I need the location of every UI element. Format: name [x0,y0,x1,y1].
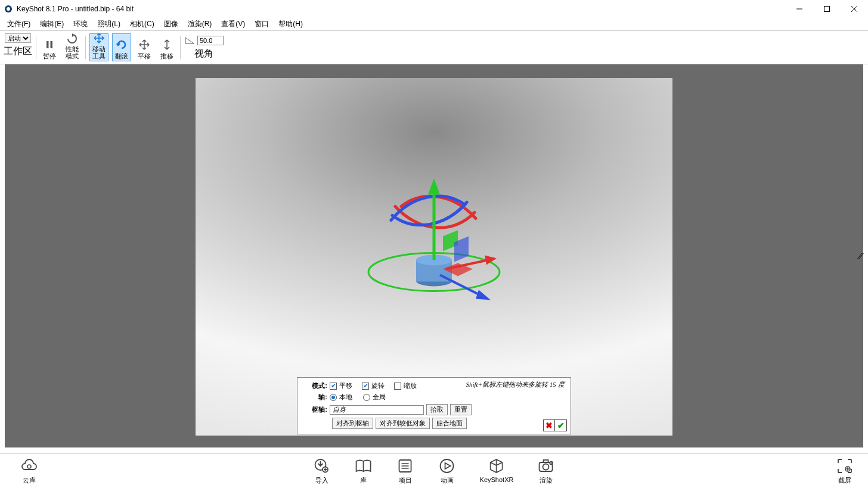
menubar: 文件(F) 编辑(E) 环境 照明(L) 相机(C) 图像 渲染(R) 查看(V… [0,18,868,31]
fov-input[interactable] [197,36,224,45]
screenshot-button[interactable]: 截屏 [832,455,857,487]
toolbar-separator [180,36,181,59]
menu-image[interactable]: 图像 [159,18,183,30]
svg-rect-32 [543,460,548,462]
titlebar: KeyShot 8.1 Pro - untitled.bip - 64 bit [0,0,868,18]
workspace-dropdown[interactable]: 启动 [5,33,31,43]
keyshotxr-button[interactable]: KeyShotXR [476,455,517,487]
svg-point-31 [542,464,548,470]
window-title: KeyShot 8.1 Pro - untitled.bip - 64 bit [17,5,134,13]
bottombar: 云库 导入 库 项目 动画 KeyShotXR 渲染 [0,453,868,488]
refresh-icon [66,33,79,44]
dolly-button[interactable]: 推移 [157,33,176,61]
resize-grip-icon[interactable]: ⁄⁄ [859,251,862,261]
tumble-icon [115,38,128,51]
menu-window[interactable]: 窗口 [250,18,274,30]
transform-gizmo[interactable] [356,162,512,335]
pivot-label: 枢轴: [302,405,330,414]
workspace-dropdown-block: 启动 工作区 [4,33,32,61]
toolbar: 启动 工作区 暂停 性能 模式 移动 工具 翻滚 平移 推移 视角 [0,31,868,64]
svg-rect-6 [46,41,49,48]
axis-global-radio[interactable]: 全局 [363,393,386,402]
svg-line-16 [440,275,482,296]
viewport-background: Shift+鼠标左键拖动来多旋转 15 度 模式: 平移 旋转 缩放 轴: 本地… [5,64,863,447]
crop-icon [836,457,854,475]
menu-file[interactable]: 文件(F) [2,18,35,30]
maximize-button[interactable] [813,0,841,18]
fov-label: 视角 [194,48,213,60]
library-button[interactable]: 库 [351,455,376,487]
pivot-input[interactable] [330,405,424,415]
svg-point-21 [27,465,31,468]
move-tool-icon [92,32,106,44]
project-button[interactable]: 项目 [393,455,418,487]
menu-lighting[interactable]: 照明(L) [92,18,125,30]
menu-view[interactable]: 查看(V) [216,18,250,30]
render-button[interactable]: 渲染 [534,455,559,487]
animation-button[interactable]: 动画 [435,455,460,487]
dolly-icon [160,38,173,51]
toolbar-separator [85,36,86,59]
camera-icon [537,457,555,475]
workspace-label: 工作区 [4,45,32,58]
close-button[interactable] [841,0,868,18]
list-icon [396,457,414,475]
cloud-icon [20,457,38,475]
svg-marker-13 [428,179,440,195]
align-to-pivot-button[interactable]: 对齐到枢轴 [332,418,373,429]
mode-rotate-checkbox[interactable]: 旋转 [362,381,385,390]
axis-local-radio[interactable]: 本地 [330,393,352,402]
move-tool-panel: Shift+鼠标左键拖动来多旋转 15 度 模式: 平移 旋转 缩放 轴: 本地… [297,377,571,434]
minimize-button[interactable] [786,0,813,18]
menu-camera[interactable]: 相机(C) [125,18,159,30]
cloud-library-button[interactable]: 云库 [17,455,42,487]
mode-label: 模式: [302,381,330,390]
confirm-button[interactable]: ✔ [555,419,567,431]
performance-mode-button[interactable]: 性能 模式 [63,33,82,61]
svg-marker-17 [476,290,491,300]
menu-render[interactable]: 渲染(R) [183,18,217,30]
hint-text: Shift+鼠标左键拖动来多旋转 15 度 [464,380,566,388]
tumble-button[interactable]: 翻滚 [112,33,131,61]
render-viewport[interactable]: Shift+鼠标左键拖动来多旋转 15 度 模式: 平移 旋转 缩放 轴: 本地… [196,78,672,436]
reset-button[interactable]: 重置 [450,404,472,415]
book-icon [355,457,373,475]
axis-label: 轴: [302,393,330,402]
cube-icon [488,457,506,475]
svg-marker-15 [485,256,497,265]
cancel-button[interactable]: ✖ [543,419,555,431]
app-icon [4,4,13,14]
svg-point-1 [7,7,10,11]
menu-edit[interactable]: 编辑(E) [35,18,69,30]
snap-to-ground-button[interactable]: 贴合地面 [432,418,467,429]
import-icon [313,457,331,475]
fov-block: 视角 [184,33,224,61]
menu-environment[interactable]: 环境 [69,18,92,30]
play-icon [438,457,456,475]
svg-marker-29 [445,463,451,469]
svg-rect-7 [51,41,53,48]
toolbar-separator [36,36,36,59]
menu-help[interactable]: 帮助(H) [274,18,308,30]
angle-icon [184,36,195,45]
align-to-lower-button[interactable]: 对齐到较低对象 [376,418,430,429]
pick-button[interactable]: 拾取 [426,404,448,415]
pan-button[interactable]: 平移 [135,33,154,61]
pause-icon [43,38,56,51]
mode-translate-checkbox[interactable]: 平移 [330,381,352,390]
move-tool-button[interactable]: 移动 工具 [89,33,108,61]
mode-scale-checkbox[interactable]: 缩放 [394,381,417,390]
import-button[interactable]: 导入 [309,455,334,487]
pan-icon [138,38,151,51]
pause-button[interactable]: 暂停 [40,33,59,61]
svg-rect-3 [824,7,830,12]
